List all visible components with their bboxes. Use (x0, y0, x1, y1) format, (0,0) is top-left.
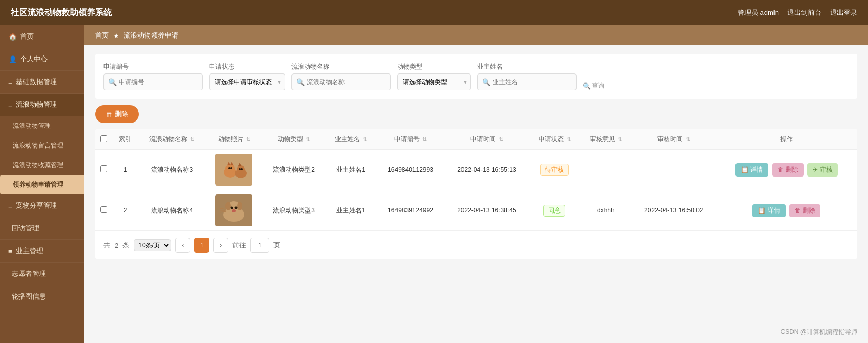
row-checkbox-cell (95, 190, 112, 231)
query-button[interactable]: 🔍 查询 (583, 81, 605, 90)
sidebar-item-owner-mgmt[interactable]: ≡业主管理 (0, 240, 84, 263)
current-page-button[interactable]: 1 (194, 238, 209, 253)
th-checkbox (95, 129, 112, 150)
search-icon-2: 🔍 (296, 78, 305, 86)
svg-point-3 (225, 164, 235, 173)
filter-owner-name: 业主姓名 🔍 (477, 62, 577, 90)
batch-delete-button[interactable]: 🗑 删除 (95, 105, 139, 123)
page-body: 申请编号 🔍 申请状态 请选择申请审核状态待审核同意拒绝 ▼ (84, 45, 868, 343)
sidebar-label: 志愿者管理 (12, 269, 46, 279)
detail-button[interactable]: 📋 详情 (735, 163, 768, 177)
pagination-total-label: 共 (103, 240, 110, 250)
cell-review-time: 2022-04-13 16:50:02 (631, 190, 716, 231)
page-goto-input[interactable] (250, 238, 269, 253)
sidebar-label: 宠物分享管理 (16, 201, 57, 210)
cell-index: 2 (112, 190, 138, 231)
sidebar-sub-stray-adopt[interactable]: 流浪动物收藏管理 (0, 155, 84, 175)
admin-label: 管理员 admin (738, 8, 779, 17)
th-animal-photo[interactable]: 动物照片 ⇅ (205, 129, 262, 150)
content-area: 首页 ★ 流浪动物领养申请 申请编号 🔍 申请状态 (84, 25, 868, 343)
cell-actions: 📋 详情 🗑 删除 (716, 190, 857, 231)
cell-animal-name: 流浪动物名称3 (138, 150, 205, 190)
sidebar-item-home[interactable]: 🏠首页 (0, 25, 84, 48)
th-apply-status[interactable]: 申请状态 ⇅ (529, 129, 580, 150)
sidebar-label: 基础数据管理 (16, 77, 57, 87)
next-page-button[interactable]: › (213, 238, 228, 253)
apply-status-select[interactable]: 请选择申请审核状态待审核同意拒绝 (209, 73, 285, 90)
sidebar-item-pet-share[interactable]: ≡宠物分享管理 (0, 194, 84, 217)
row-checkbox[interactable] (100, 206, 107, 213)
sidebar-icon: ≡ (8, 101, 13, 109)
th-animal-name[interactable]: 流浪动物名称 ⇅ (138, 129, 205, 150)
table-header-row: 索引 流浪动物名称 ⇅ 动物照片 ⇅ 动物类型 ⇅ 业主姓名 ⇅ 申请编号 ⇅ … (95, 129, 857, 150)
sidebar-sub-stray-apply[interactable]: 领养动物申请管理 (0, 175, 84, 194)
back-to-front-link[interactable]: 退出到前台 (787, 8, 822, 17)
page-size-select[interactable]: 10条/页20条/页50条/页 (134, 239, 171, 251)
sidebar-item-profile[interactable]: 👤个人中心 (0, 48, 84, 71)
header-actions: 管理员 admin 退出到前台 退出登录 (738, 8, 857, 17)
cell-animal-name: 流浪动物名称4 (138, 190, 205, 231)
sidebar-item-volunteer-mgmt[interactable]: 志愿者管理 (0, 263, 84, 285)
site-title: 社区流浪动物救助领养系统 (11, 7, 112, 18)
status-badge: 待审核 (540, 164, 569, 176)
svg-point-11 (241, 168, 243, 170)
action-bar: 🗑 删除 (95, 105, 857, 123)
breadcrumb-home[interactable]: 首页 (95, 31, 109, 40)
animal-type-select[interactable]: 请选择动物类型流浪动物类型1流浪动物类型2流浪动物类型3 (397, 73, 471, 90)
breadcrumb-bar: 首页 ★ 流浪动物领养申请 (84, 25, 868, 45)
audit-button[interactable]: ✈ 审核 (807, 163, 837, 177)
row-checkbox-cell (95, 150, 112, 190)
th-review-comment[interactable]: 审核意见 ⇅ (580, 129, 631, 150)
sidebar-item-return-visit[interactable]: 回访管理 (0, 217, 84, 240)
sidebar-item-banner-mgmt[interactable]: 轮播图信息 (0, 285, 84, 308)
row-delete-button[interactable]: 🗑 删除 (772, 163, 804, 177)
goto-label: 前往 (232, 240, 246, 250)
pagination-bar: 共 2 条 10条/页20条/页50条/页 ‹ 1 › 前往 页 (95, 231, 857, 259)
filter-animal-type: 动物类型 请选择动物类型流浪动物类型1流浪动物类型2流浪动物类型3 ▼ (397, 62, 471, 90)
th-apply-no[interactable]: 申请编号 ⇅ (376, 129, 445, 150)
row-checkbox[interactable] (100, 165, 107, 172)
row-delete-button[interactable]: 🗑 删除 (789, 204, 820, 217)
cell-animal-photo (205, 190, 262, 231)
svg-point-10 (239, 168, 241, 170)
logout-link[interactable]: 退出登录 (830, 8, 857, 17)
sidebar-sub-stray-list[interactable]: 流浪动物管理 (0, 116, 84, 136)
apply-no-label: 申请编号 (103, 62, 203, 71)
cell-animal-photo (205, 150, 262, 190)
cell-apply-no: 1649840112993 (376, 150, 445, 190)
th-apply-time[interactable]: 申请时间 ⇅ (445, 129, 529, 150)
main-layout: 🏠首页👤个人中心≡基础数据管理≡流浪动物管理流浪动物管理流浪动物留言管理流浪动物… (0, 25, 868, 343)
owner-name-input[interactable] (493, 75, 572, 89)
th-review-time[interactable]: 审核时间 ⇅ (631, 129, 716, 150)
pagination-total: 2 (115, 242, 118, 249)
breadcrumb-star: ★ (113, 32, 119, 40)
animal-name-input[interactable] (307, 75, 386, 89)
svg-point-9 (230, 167, 232, 169)
apply-no-search-wrap: 🔍 (103, 73, 203, 90)
status-badge: 同意 (543, 205, 565, 217)
cell-owner-name: 业主姓名1 (325, 150, 376, 190)
svg-point-19 (232, 209, 236, 212)
th-animal-type[interactable]: 动物类型 ⇅ (262, 129, 325, 150)
table-row: 2 流浪动物名称4 流浪动物类型3 业主姓名1 1649839124992 20… (95, 190, 857, 231)
cell-review-comment (580, 150, 631, 190)
sidebar-sub-stray-message[interactable]: 流浪动物留言管理 (0, 136, 84, 155)
select-all-checkbox[interactable] (100, 135, 107, 142)
sidebar-item-stray-mgmt[interactable]: ≡流浪动物管理 (0, 94, 84, 116)
table-wrap: 索引 流浪动物名称 ⇅ 动物照片 ⇅ 动物类型 ⇅ 业主姓名 ⇅ 申请编号 ⇅ … (95, 129, 857, 259)
prev-page-button[interactable]: ‹ (175, 238, 190, 253)
cell-apply-no: 1649839124992 (376, 190, 445, 231)
filter-apply-no: 申请编号 🔍 (103, 62, 203, 90)
sidebar-label: 首页 (20, 32, 34, 41)
sidebar-item-basic-data[interactable]: ≡基础数据管理 (0, 71, 84, 94)
cell-apply-time: 2022-04-13 16:38:45 (445, 190, 529, 231)
table-row: 1 流浪动物名称3 流浪动物类型2 业主姓名1 1649840112993 20… (95, 150, 857, 190)
th-owner-name[interactable]: 业主姓名 ⇅ (325, 129, 376, 150)
detail-button[interactable]: 📋 详情 (752, 204, 785, 217)
sidebar-icon: 🏠 (8, 33, 17, 41)
page-unit: 页 (273, 240, 280, 250)
data-table: 索引 流浪动物名称 ⇅ 动物照片 ⇅ 动物类型 ⇅ 业主姓名 ⇅ 申请编号 ⇅ … (95, 129, 857, 231)
apply-no-input[interactable] (119, 75, 198, 89)
apply-status-label: 申请状态 (209, 62, 285, 71)
sidebar-label: 个人中心 (20, 54, 48, 64)
